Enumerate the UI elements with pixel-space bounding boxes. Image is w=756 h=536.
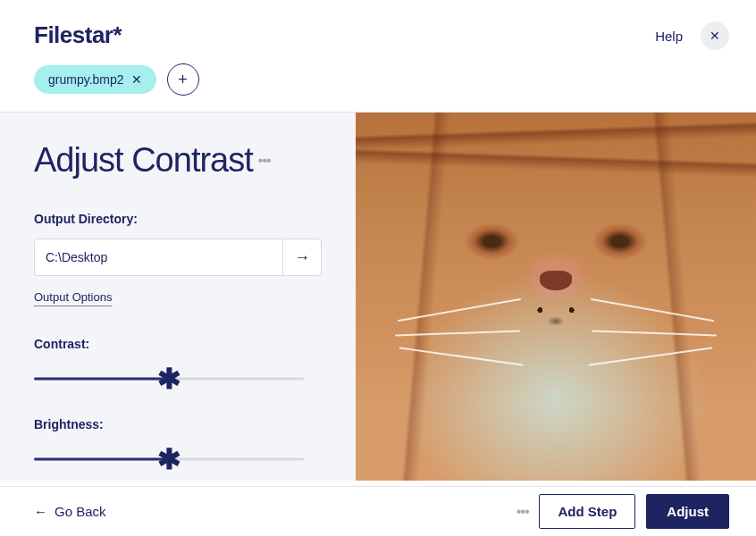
close-button[interactable]: ✕ bbox=[701, 21, 729, 50]
app-name: Filestar* bbox=[34, 21, 122, 48]
help-link[interactable]: Help bbox=[655, 29, 683, 44]
file-chip-label: grumpy.bmp2 bbox=[48, 72, 124, 87]
close-icon: ✕ bbox=[710, 29, 720, 43]
adjust-button[interactable]: Adjust bbox=[646, 494, 729, 529]
slider-fill bbox=[34, 378, 169, 381]
plus-icon: + bbox=[178, 71, 188, 89]
slider-fill bbox=[34, 458, 169, 461]
output-directory-input[interactable] bbox=[34, 239, 282, 276]
image-preview bbox=[356, 113, 756, 481]
preview-image bbox=[356, 113, 756, 481]
close-icon[interactable]: ✕ bbox=[130, 72, 144, 87]
more-icon[interactable]: ••• bbox=[517, 504, 529, 520]
contrast-label: Contrast: bbox=[34, 337, 322, 351]
go-back-button[interactable]: ← Go Back bbox=[34, 504, 106, 519]
file-chip[interactable]: grumpy.bmp2 ✕ bbox=[34, 65, 156, 94]
more-icon[interactable]: ••• bbox=[258, 153, 271, 169]
app-logo: Filestar* bbox=[34, 21, 199, 49]
output-options-link[interactable]: Output Options bbox=[34, 290, 112, 306]
brightness-label: Brightness: bbox=[34, 417, 322, 431]
arrow-right-icon: → bbox=[294, 248, 310, 267]
add-step-button[interactable]: Add Step bbox=[539, 494, 635, 529]
settings-panel: Adjust Contrast ••• Output Directory: → … bbox=[0, 113, 356, 481]
brightness-slider[interactable]: ✱ bbox=[34, 451, 304, 467]
page-title: Adjust Contrast bbox=[34, 141, 253, 180]
add-file-button[interactable]: + bbox=[167, 63, 199, 96]
output-directory-label: Output Directory: bbox=[34, 212, 322, 226]
go-back-label: Go Back bbox=[55, 504, 106, 519]
contrast-slider[interactable]: ✱ bbox=[34, 371, 304, 387]
arrow-left-icon: ← bbox=[34, 504, 47, 519]
slider-thumb[interactable]: ✱ bbox=[157, 364, 181, 393]
slider-thumb[interactable]: ✱ bbox=[157, 445, 181, 473]
browse-button[interactable]: → bbox=[282, 239, 322, 276]
